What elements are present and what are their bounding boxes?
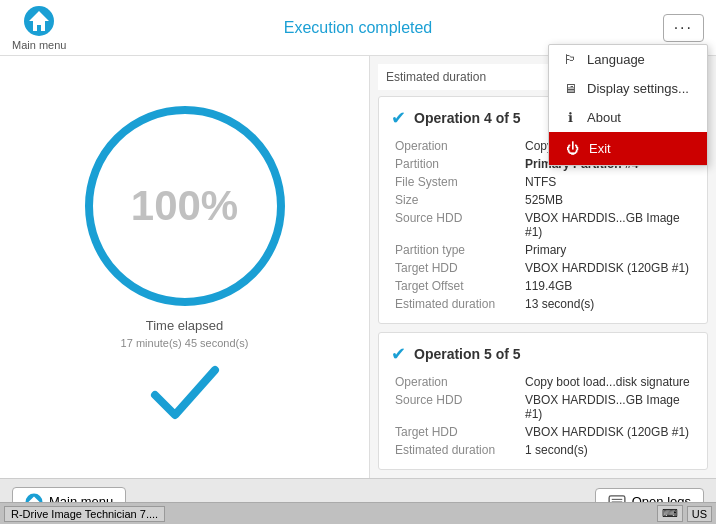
keyboard-icon: ⌨ (657, 505, 683, 522)
more-menu-area: ··· (663, 14, 704, 42)
op-4-check-icon: ✔ (391, 107, 406, 129)
op-4-parttype-label: Partition type (391, 241, 521, 259)
time-elapsed-label: Time elapsed (146, 318, 224, 333)
op-5-operation-value: Copy boot load...disk signature (521, 373, 695, 391)
op-4-tgthdd-value: VBOX HARDDISK (120GB #1) (521, 259, 695, 277)
table-row: Partition type Primary (391, 241, 695, 259)
op-4-offset-label: Target Offset (391, 277, 521, 295)
page-title: Execution completed (284, 19, 433, 37)
op-4-title: Operation 4 of 5 (414, 110, 521, 126)
more-button[interactable]: ··· (663, 14, 704, 42)
menu-display-label: Display settings... (587, 81, 689, 96)
op-5-operation-label: Operation (391, 373, 521, 391)
operation-5-header: ✔ Operation 5 of 5 (391, 343, 695, 365)
menu-language-label: Language (587, 52, 645, 67)
table-row: Estimated duration 13 second(s) (391, 295, 695, 313)
checkmark-icon (150, 365, 220, 428)
op-5-srchdd-value: VBOX HARDDIS...GB Image #1) (521, 391, 695, 423)
op-4-size-label: Size (391, 191, 521, 209)
op-4-fs-value: NTFS (521, 173, 695, 191)
table-row: Operation Copy boot load...disk signatur… (391, 373, 695, 391)
op-4-partition-label: Partition (391, 155, 521, 173)
flag-icon: 🏳 (561, 53, 579, 67)
flag-icon: US (687, 506, 712, 522)
table-row: File System NTFS (391, 173, 695, 191)
table-row: Target HDD VBOX HARDDISK (120GB #1) (391, 423, 695, 441)
table-row: Estimated duration 1 second(s) (391, 441, 695, 459)
op-5-table: Operation Copy boot load...disk signatur… (391, 373, 695, 459)
table-row: Size 525MB (391, 191, 695, 209)
info-icon: ℹ (561, 111, 579, 125)
op-4-tgthdd-label: Target HDD (391, 259, 521, 277)
op-4-srchdd-value: VBOX HARDDIS...GB Image #1) (521, 209, 695, 241)
op-5-srchdd-label: Source HDD (391, 391, 521, 423)
op-4-est-label: Estimated duration (391, 295, 521, 313)
home-icon (23, 5, 55, 37)
menu-about-label: About (587, 110, 621, 125)
menu-item-exit[interactable]: ⏻ Exit (549, 132, 707, 165)
exit-icon: ⏻ (563, 142, 581, 156)
operation-card-5: ✔ Operation 5 of 5 Operation Copy boot l… (378, 332, 708, 470)
menu-item-display[interactable]: 🖥 Display settings... (549, 74, 707, 103)
monitor-icon: 🖥 (561, 82, 579, 96)
op-4-fs-label: File System (391, 173, 521, 191)
menu-exit-label: Exit (589, 141, 611, 156)
op-4-est-value: 13 second(s) (521, 295, 695, 313)
table-row: Target Offset 119.4GB (391, 277, 695, 295)
op-4-srchdd-label: Source HDD (391, 209, 521, 241)
op-4-size-value: 525MB (521, 191, 695, 209)
time-elapsed-value: 17 minute(s) 45 second(s) (121, 337, 249, 349)
left-panel: 100% Time elapsed 17 minute(s) 45 second… (0, 56, 370, 478)
progress-circle: 100% (85, 106, 285, 306)
op-4-offset-value: 119.4GB (521, 277, 695, 295)
op-5-check-icon: ✔ (391, 343, 406, 365)
menu-item-about[interactable]: ℹ About (549, 103, 707, 132)
main-menu-label: Main menu (12, 39, 66, 51)
dropdown-menu: 🏳 Language 🖥 Display settings... ℹ About… (548, 44, 708, 166)
main-menu-button[interactable]: Main menu (12, 5, 66, 51)
table-row: Source HDD VBOX HARDDIS...GB Image #1) (391, 209, 695, 241)
taskbar-right: ⌨ US (657, 505, 712, 522)
op-5-tgthdd-value: VBOX HARDDISK (120GB #1) (521, 423, 695, 441)
taskbar: R-Drive Image Technician 7.... ⌨ US (0, 502, 716, 524)
op-5-est-value: 1 second(s) (521, 441, 695, 459)
table-row: Source HDD VBOX HARDDIS...GB Image #1) (391, 391, 695, 423)
op-4-parttype-value: Primary (521, 241, 695, 259)
menu-item-language[interactable]: 🏳 Language (549, 45, 707, 74)
op-5-tgthdd-label: Target HDD (391, 423, 521, 441)
taskbar-app-label[interactable]: R-Drive Image Technician 7.... (4, 506, 165, 522)
op-5-est-label: Estimated duration (391, 441, 521, 459)
table-row: Target HDD VBOX HARDDISK (120GB #1) (391, 259, 695, 277)
progress-percent: 100% (131, 182, 238, 230)
op-5-title: Operation 5 of 5 (414, 346, 521, 362)
op-4-operation-label: Operation (391, 137, 521, 155)
